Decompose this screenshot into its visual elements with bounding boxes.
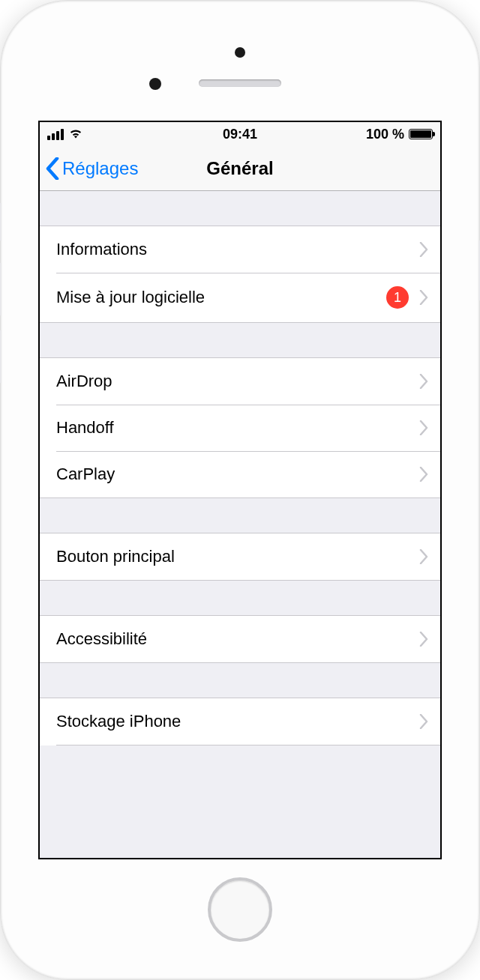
- earpiece-speaker: [199, 79, 281, 87]
- row-airdrop[interactable]: AirDrop: [40, 358, 440, 405]
- volume-down-button: [0, 330, 2, 383]
- status-bar: 09:41 100 %: [40, 122, 440, 146]
- section-group: Informations Mise à jour logicielle 1: [40, 226, 440, 323]
- row-label: AirDrop: [56, 372, 419, 391]
- row-label: Informations: [56, 240, 419, 259]
- iphone-device-frame: 09:41 100 % Réglages Général Information…: [0, 0, 480, 980]
- row-label: Bouton principal: [56, 547, 419, 566]
- row-iphone-storage[interactable]: Stockage iPhone: [40, 698, 440, 745]
- mute-switch: [0, 203, 2, 241]
- cellular-signal-icon: [47, 129, 64, 140]
- section-gap: [40, 581, 440, 615]
- screen: 09:41 100 % Réglages Général Information…: [38, 121, 442, 859]
- row-about[interactable]: Informations: [40, 226, 440, 273]
- row-label: Handoff: [56, 418, 419, 438]
- section-group: AirDrop Handoff CarPlay: [40, 357, 440, 498]
- chevron-right-icon: [419, 714, 428, 729]
- row-software-update[interactable]: Mise à jour logicielle 1: [40, 273, 440, 322]
- battery-percentage: 100 %: [366, 127, 404, 142]
- chevron-right-icon: [419, 549, 428, 564]
- navigation-bar: Réglages Général: [40, 146, 440, 191]
- back-button-label: Réglages: [62, 158, 138, 179]
- chevron-right-icon: [419, 632, 428, 647]
- row-accessibility[interactable]: Accessibilité: [40, 616, 440, 662]
- row-label: Mise à jour logicielle: [56, 288, 386, 307]
- row-separator: [56, 745, 440, 745]
- settings-list[interactable]: Informations Mise à jour logicielle 1 Ai…: [40, 191, 440, 858]
- notification-badge: 1: [386, 286, 409, 309]
- section-gap: [40, 323, 440, 357]
- status-time: 09:41: [223, 127, 257, 142]
- chevron-right-icon: [419, 290, 428, 305]
- row-handoff[interactable]: Handoff: [40, 405, 440, 451]
- row-home-button[interactable]: Bouton principal: [40, 533, 440, 580]
- battery-icon: [409, 129, 433, 139]
- page-title: Général: [206, 158, 273, 179]
- row-label: Stockage iPhone: [56, 712, 419, 731]
- chevron-right-icon: [419, 374, 428, 389]
- section-group: Bouton principal: [40, 533, 440, 581]
- section-gap: [40, 191, 440, 226]
- proximity-sensor: [235, 47, 245, 58]
- row-label: Accessibilité: [56, 629, 419, 649]
- chevron-right-icon: [419, 420, 428, 435]
- home-button[interactable]: [208, 877, 272, 942]
- section-group: Accessibilité: [40, 615, 440, 663]
- back-button[interactable]: Réglages: [46, 157, 138, 180]
- wifi-icon: [68, 127, 83, 142]
- row-carplay[interactable]: CarPlay: [40, 451, 440, 497]
- chevron-right-icon: [419, 242, 428, 257]
- section-gap: [40, 498, 440, 533]
- row-label: CarPlay: [56, 465, 419, 484]
- section-gap: [40, 663, 440, 698]
- chevron-left-icon: [46, 157, 59, 180]
- front-camera: [149, 78, 161, 90]
- section-group: Stockage iPhone: [40, 698, 440, 745]
- volume-up-button: [0, 263, 2, 315]
- chevron-right-icon: [419, 467, 428, 482]
